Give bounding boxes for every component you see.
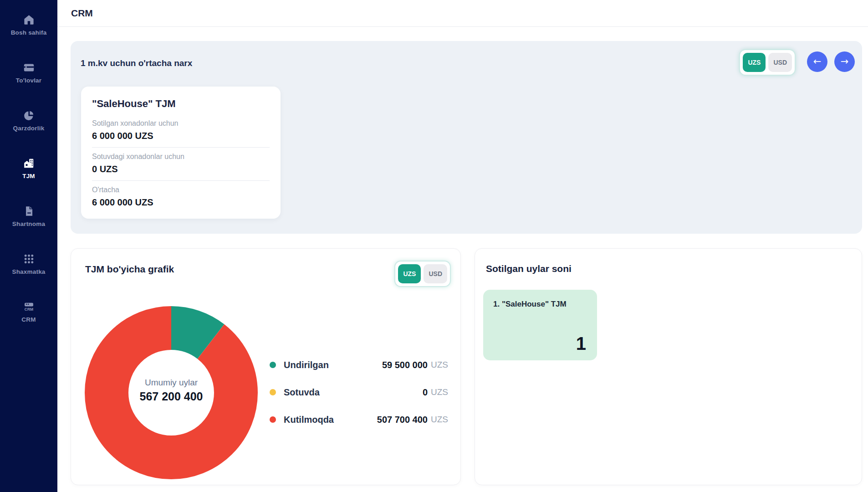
legend-value: 507 700 400: [377, 415, 428, 425]
currency-option-uzs[interactable]: UZS: [743, 53, 766, 72]
price-row-label: Sotilgan xonadonlar uchun: [92, 119, 270, 128]
pager-arrows: ← →: [807, 51, 855, 72]
chart-legend: Undirilgan 59 500 000 UZS Sotuvda 0 UZS …: [270, 354, 448, 436]
legend-unit: UZS: [431, 415, 448, 425]
average-price-section: 1 m.kv uchun o'rtacha narx UZS USD ← → "…: [71, 41, 862, 234]
crm-terminal-icon: CRM: [23, 301, 35, 313]
prev-arrow-button[interactable]: ←: [807, 51, 827, 72]
legend-item-undirilgan: Undirilgan 59 500 000 UZS: [270, 354, 448, 375]
buildings-icon: [23, 157, 35, 169]
sidebar-item-label: Bosh sahifa: [11, 29, 47, 36]
legend-label: Undirilgan: [284, 360, 329, 370]
price-card-title: "SaleHouse" TJM: [92, 98, 270, 110]
legend-dot: [270, 362, 276, 368]
legend-unit: UZS: [431, 360, 448, 370]
legend-label: Kutilmoqda: [284, 415, 334, 425]
sold-card-title: Sotilgan uylar soni: [486, 263, 572, 274]
section-controls: UZS USD ← →: [739, 49, 855, 76]
donut-chart: [71, 292, 271, 492]
sidebar-item-label: CRM: [21, 316, 36, 323]
legend-value: 59 500 000: [382, 360, 428, 370]
currency-option-usd[interactable]: USD: [768, 53, 792, 72]
price-row-value: 6 000 000 UZS: [92, 131, 270, 141]
sold-item: 1. "SaleHouse" TJM 1: [483, 290, 597, 360]
chart-currency-toggle: UZS USD: [394, 261, 451, 287]
price-row-label: O'rtacha: [92, 186, 270, 194]
sold-item-count: 1: [576, 333, 586, 354]
payments-icon: [23, 62, 35, 74]
legend-value: 0: [423, 387, 428, 398]
price-row-value: 6 000 000 UZS: [92, 197, 270, 208]
donut-svg: [71, 292, 271, 492]
legend-item-sotuvda: Sotuvda 0 UZS: [270, 382, 448, 403]
header: CRM: [57, 0, 868, 27]
sidebar-item-qarzdorlik[interactable]: Qarzdorlik: [0, 97, 57, 144]
contract-icon: [23, 205, 35, 217]
debt-pie-icon: [23, 109, 35, 122]
price-row: Sotilgan xonadonlar uchun 6 000 000 UZS: [92, 114, 270, 148]
tjm-price-card: "SaleHouse" TJM Sotilgan xonadonlar uchu…: [81, 87, 281, 219]
grid-dots-icon: [23, 253, 35, 265]
legend-item-kutilmoqda: Kutilmoqda 507 700 400 UZS: [270, 409, 448, 430]
sidebar-item-tolovlar[interactable]: To'lovlar: [0, 49, 57, 97]
sidebar-item-bosh-sahifa[interactable]: Bosh sahifa: [0, 1, 57, 49]
sidebar-item-label: Shaxmatka: [12, 268, 45, 275]
price-row: Sotuvdagi xonadonlar uchun 0 UZS: [92, 148, 270, 181]
price-row: O'rtacha 6 000 000 UZS: [92, 181, 270, 214]
home-icon: [23, 14, 35, 26]
sidebar-item-label: Qarzdorlik: [13, 125, 45, 132]
price-row-value: 0 UZS: [92, 164, 270, 174]
legend-dot: [270, 389, 276, 395]
price-row-label: Sotuvdagi xonadonlar uchun: [92, 153, 270, 161]
legend-label: Sotuvda: [284, 387, 320, 398]
sold-houses-card: Sotilgan uylar soni 1. "SaleHouse" TJM 1: [475, 248, 862, 485]
currency-toggle: UZS USD: [739, 49, 796, 76]
chart-currency-option-uzs[interactable]: UZS: [398, 264, 421, 283]
sidebar-item-label: To'lovlar: [16, 77, 42, 84]
sidebar-item-crm[interactable]: CRM CRM: [0, 288, 57, 336]
sidebar: Bosh sahifa To'lovlar Qarzdorlik: [0, 0, 57, 492]
sidebar-item-tjm[interactable]: TJM: [0, 144, 57, 192]
sidebar-item-label: Shartnoma: [12, 220, 45, 227]
sidebar-item-label: TJM: [22, 173, 35, 179]
sold-item-name: 1. "SaleHouse" TJM: [493, 300, 587, 309]
chart-title: TJM bo'yicha grafik: [85, 264, 174, 275]
legend-unit: UZS: [431, 387, 448, 397]
legend-dot: [270, 416, 276, 423]
section-title: 1 m.kv uchun o'rtacha narx: [81, 58, 192, 68]
sidebar-item-shartnoma[interactable]: Shartnoma: [0, 192, 57, 240]
next-arrow-button[interactable]: →: [834, 51, 855, 72]
tjm-chart-card: TJM bo'yicha grafik UZS USD Umumiy uylar…: [71, 248, 461, 485]
page-title: CRM: [71, 8, 93, 19]
donut-segment-kutilmoqda: [107, 328, 236, 457]
svg-text:CRM: CRM: [24, 307, 33, 312]
chart-currency-option-usd[interactable]: USD: [424, 264, 447, 283]
sidebar-item-shaxmatka[interactable]: Shaxmatka: [0, 240, 57, 288]
